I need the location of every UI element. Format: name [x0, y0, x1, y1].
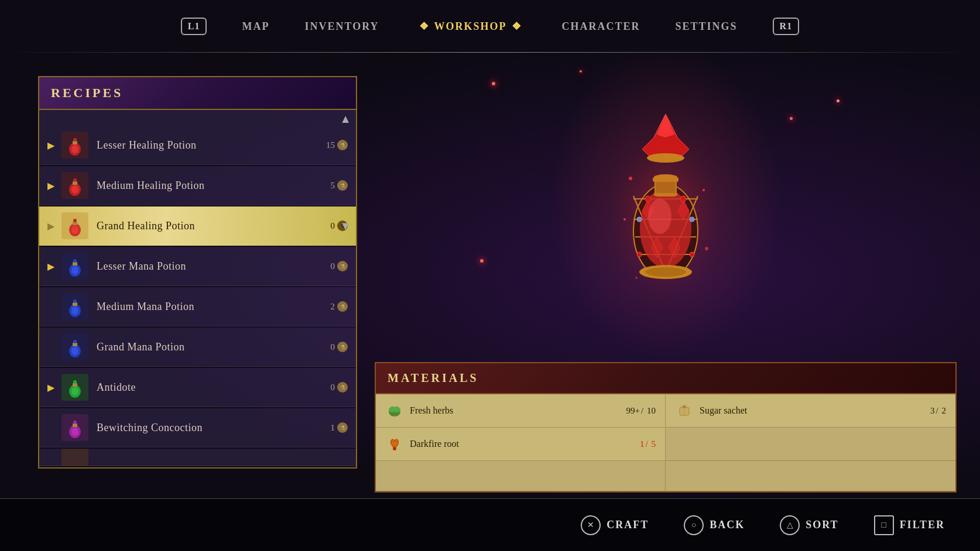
recipe-item-grand-healing[interactable]: ▶ Grand Healing Potion 0 ⚗ ▼ [39, 206, 356, 246]
coin-5: ⚗ [337, 342, 348, 352]
sort-icon: △ [780, 515, 800, 535]
material-empty-3 [666, 461, 955, 491]
svg-line-53 [666, 114, 689, 149]
craft-label: CRAFT [606, 519, 649, 531]
fresh-herbs-name: Fresh herbs [410, 405, 622, 416]
nav-settings[interactable]: SETTINGS [676, 20, 738, 33]
materials-grid: Fresh herbs 99+/ 10 Sugar sachet 3/ 2 [375, 394, 957, 493]
nav-workshop[interactable]: WORKSHOP [414, 20, 527, 33]
svg-point-11 [71, 226, 78, 234]
recipe-arrow-3: ▶ [47, 261, 57, 272]
sort-button[interactable]: △ SORT [780, 515, 838, 535]
darkfire-root-name: Darkfire root [410, 439, 635, 449]
recipe-item-medium-mana[interactable]: Medium Mana Potion 2 ⚗ [39, 287, 356, 326]
recipe-item-medium-healing[interactable]: ▶ Medium Healing Potion 5 ⚗ [39, 166, 356, 205]
nav-inventory[interactable]: INVENTORY [304, 20, 379, 33]
svg-point-60 [637, 252, 642, 257]
svg-marker-36 [651, 237, 663, 258]
recipe-item-lesser-healing[interactable]: ▶ Lesser Healing Potion 15 ⚗ [39, 126, 356, 165]
recipe-icon-1 [61, 172, 88, 199]
coin-1: ⚗ [337, 180, 348, 191]
material-fresh-herbs: Fresh herbs 99+/ 10 [376, 394, 666, 428]
l1-button[interactable]: L1 [181, 18, 207, 35]
recipe-icon-5 [61, 333, 88, 360]
recipe-icon-7 [61, 414, 88, 441]
scroll-indicator-selected: ▼ [340, 219, 351, 233]
recipe-arrow-1: ▶ [47, 180, 57, 191]
recipes-header: RECIPES [38, 76, 357, 110]
scroll-up-indicator[interactable]: ▲ [39, 110, 356, 126]
sugar-sachet-count: 3/ 2 [930, 406, 946, 416]
recipe-icon-2 [61, 212, 88, 239]
svg-point-66 [623, 218, 626, 221]
svg-point-45 [648, 199, 671, 234]
svg-point-64 [629, 177, 632, 180]
sparkle-4 [790, 117, 793, 120]
nav-character[interactable]: CHARACTER [562, 20, 640, 33]
nav-divider [0, 52, 980, 53]
craft-button[interactable]: ✕ CRAFT [581, 515, 649, 535]
potion-glow [584, 79, 748, 325]
coin-3: ⚗ [337, 261, 348, 271]
svg-point-68 [635, 277, 638, 279]
recipe-arrow-2: ▶ [47, 221, 57, 232]
recipes-list-wrapper: ▲ ▶ Lesser Healing Potion 15 ⚗ [38, 110, 357, 469]
sparkle-2 [837, 99, 839, 102]
svg-point-62 [639, 265, 692, 279]
fresh-herbs-count: 99+/ 10 [626, 406, 656, 416]
darkfire-root-count: 1/ 5 [640, 439, 656, 449]
recipe-name-6: Antidote [97, 381, 331, 394]
material-sugar-sachet: Sugar sachet 3/ 2 [666, 394, 955, 428]
recipe-name-4: Medium Mana Potion [97, 301, 331, 313]
sort-label: SORT [806, 519, 838, 531]
svg-point-33 [633, 184, 698, 278]
svg-point-55 [654, 174, 677, 180]
coin-6: ⚗ [337, 382, 348, 392]
svg-line-51 [666, 114, 677, 137]
svg-point-23 [71, 347, 78, 355]
sparkle-1 [492, 82, 495, 85]
svg-point-61 [690, 252, 694, 257]
svg-point-15 [71, 266, 78, 274]
svg-point-6 [73, 178, 77, 182]
recipe-item-lesser-mana[interactable]: ▶ Lesser Mana Potion 0 ⚗ [39, 247, 356, 286]
fresh-herbs-icon [385, 401, 404, 420]
recipe-icon-6 [61, 374, 88, 401]
bottom-action-bar: ✕ CRAFT ○ BACK △ SORT □ FILTER [0, 498, 980, 551]
potion-display [375, 47, 957, 356]
sugar-sachet-icon [675, 401, 694, 420]
svg-line-52 [654, 114, 666, 137]
recipe-count-0: 15 ⚗ [326, 140, 348, 150]
recipe-count-5: 0 ⚗ [331, 342, 348, 352]
svg-point-54 [647, 153, 684, 163]
recipe-icon-3 [61, 253, 88, 280]
svg-point-31 [71, 428, 78, 436]
svg-point-59 [690, 217, 694, 222]
recipe-count-4: 2 ⚗ [331, 301, 348, 312]
recipe-item-partial[interactable] [39, 449, 356, 466]
svg-line-38 [633, 196, 666, 272]
svg-rect-75 [683, 405, 686, 408]
svg-point-30 [73, 421, 77, 424]
svg-point-18 [73, 299, 77, 303]
recipe-name-5: Grand Mana Potion [97, 341, 331, 353]
svg-point-10 [73, 219, 77, 222]
recipe-count-1: 5 ⚗ [331, 180, 348, 191]
recipe-item-grand-mana[interactable]: Grand Mana Potion 0 ⚗ [39, 328, 356, 367]
recipe-icon-4 [61, 293, 88, 320]
recipe-icon-8 [61, 449, 88, 466]
recipe-item-bewitching[interactable]: Bewitching Concoction 1 ⚗ [39, 408, 356, 447]
filter-button[interactable]: □ FILTER [874, 515, 945, 535]
back-button[interactable]: ○ BACK [684, 515, 745, 535]
svg-point-63 [645, 267, 686, 277]
svg-point-56 [645, 196, 651, 202]
svg-rect-72 [394, 412, 395, 416]
svg-marker-50 [657, 114, 674, 137]
recipes-scroll-area[interactable]: ▶ Lesser Healing Potion 15 ⚗ ▶ [39, 126, 356, 467]
recipe-count-3: 0 ⚗ [331, 261, 348, 271]
nav-map[interactable]: MAP [242, 20, 269, 33]
recipe-item-antidote[interactable]: ▶ Antidote 0 ⚗ [39, 368, 356, 407]
r1-button[interactable]: R1 [773, 18, 800, 35]
svg-point-32 [613, 143, 718, 295]
svg-point-27 [71, 387, 78, 395]
